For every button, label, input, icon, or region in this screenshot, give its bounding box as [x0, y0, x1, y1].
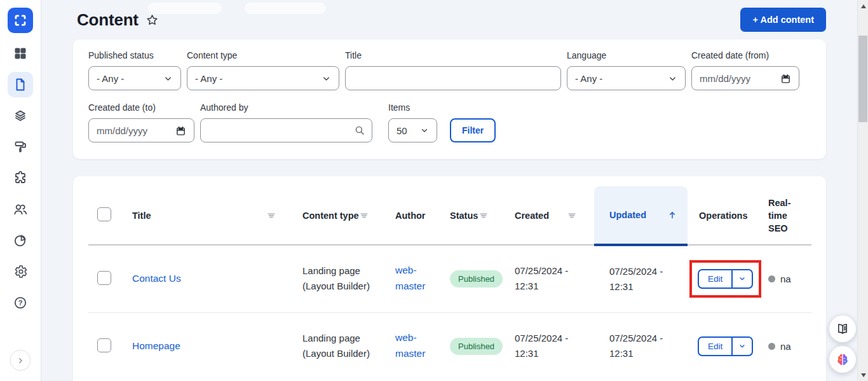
updated-cell: 07/25/2024 - 12:31: [609, 264, 688, 294]
sidebar-item-structure[interactable]: [8, 103, 33, 128]
created-date-to-input[interactable]: mm/dd/yyyy: [88, 118, 194, 142]
chevron-down-icon: [738, 275, 746, 282]
status-badge: Published: [450, 338, 503, 355]
chevron-down-icon: [738, 342, 746, 350]
seo-status-dot-icon: [768, 343, 775, 350]
content-type-cell: Landing page (Layout Builder): [302, 263, 386, 294]
calendar-icon: [780, 73, 791, 84]
grid-icon: [13, 46, 28, 61]
table-header-row: Title Content type Author Status: [88, 186, 811, 245]
table-row: Contact Us Landing page (Layout Builder)…: [88, 245, 811, 312]
highlight-annotation: Edit: [689, 260, 761, 298]
column-header-content-type[interactable]: Content type: [294, 186, 386, 245]
author-link[interactable]: web-master: [395, 332, 425, 359]
chevron-down-icon: [668, 74, 677, 83]
author-link[interactable]: web-master: [395, 265, 425, 291]
edit-dropdown-toggle[interactable]: [731, 338, 752, 355]
seo-status-dot-icon: [768, 275, 775, 282]
fullscreen-frame-icon: [12, 12, 29, 29]
edit-dropdown-toggle[interactable]: [731, 270, 752, 287]
sidebar-item-appearance[interactable]: [8, 134, 33, 160]
ai-assistant-floating-button[interactable]: [829, 346, 856, 373]
title-filter-input[interactable]: [345, 66, 561, 90]
row-checkbox[interactable]: [97, 271, 111, 285]
sidebar-item-extend[interactable]: [8, 165, 33, 191]
page-header: Content + Add content: [73, 0, 826, 39]
field-label: Authored by: [200, 102, 372, 113]
column-header-realtime-seo: Real-time SEO: [759, 186, 811, 245]
sidebar-expand-button[interactable]: [10, 350, 31, 371]
column-header-status[interactable]: Status: [441, 186, 506, 245]
sort-ascending-arrow-icon: [667, 210, 677, 220]
add-content-button[interactable]: + Add content: [740, 8, 826, 32]
column-header-author: Author: [386, 186, 441, 245]
chevron-down-icon: [163, 74, 173, 83]
content-table: Title Content type Author Status: [88, 186, 811, 380]
created-date-from-input[interactable]: mm/dd/yyyy: [691, 66, 799, 90]
content-title-link[interactable]: Homepage: [132, 340, 180, 351]
gear-icon: [13, 264, 28, 279]
column-header-updated-sorted[interactable]: Updated: [594, 186, 688, 245]
edit-split-button: Edit: [698, 269, 753, 289]
updated-cell: 07/25/2024 - 12:31: [609, 331, 688, 361]
filter-panel: Published status - Any - Content type - …: [73, 39, 826, 159]
scrollbar-up-arrow[interactable]: [858, 1, 868, 11]
published-status-select[interactable]: - Any -: [88, 66, 181, 90]
sort-icon: [267, 211, 276, 220]
column-header-created[interactable]: Created: [506, 186, 594, 245]
app-logo[interactable]: [8, 8, 33, 33]
table-row: Homepage Landing page (Layout Builder) w…: [88, 312, 811, 380]
chevron-right-icon: [15, 356, 25, 366]
content-table-card: Title Content type Author Status: [73, 176, 826, 381]
sidebar-item-reports[interactable]: [8, 228, 33, 253]
sort-icon: [567, 211, 576, 220]
row-checkbox[interactable]: [97, 338, 111, 352]
brain-icon: [835, 352, 850, 367]
search-icon: [354, 125, 365, 136]
field-label: Language: [567, 50, 686, 60]
chevron-down-icon: [420, 126, 429, 135]
sort-icon: [479, 211, 488, 220]
items-select[interactable]: 50: [388, 118, 437, 142]
content-title-link[interactable]: Contact Us: [132, 273, 181, 284]
edit-button[interactable]: Edit: [699, 270, 731, 287]
sidebar-item-configuration[interactable]: [8, 259, 33, 284]
sidebar-item-content[interactable]: [8, 72, 33, 97]
admin-sidebar: ?: [0, 0, 41, 381]
favorite-star-icon[interactable]: [146, 13, 159, 27]
sort-icon: [360, 211, 369, 220]
puzzle-icon: [13, 170, 28, 186]
scrollbar-thumb[interactable]: [858, 36, 867, 122]
svg-text:?: ?: [18, 299, 23, 307]
authored-by-input[interactable]: [200, 118, 372, 142]
layers-icon: [13, 108, 28, 123]
sidebar-item-people[interactable]: [8, 197, 33, 222]
calendar-icon: [175, 125, 186, 136]
field-label: Title: [345, 50, 561, 60]
status-badge: Published: [450, 270, 503, 287]
page-title: Content: [77, 10, 139, 30]
docs-floating-button[interactable]: [829, 315, 856, 342]
document-icon: [13, 77, 28, 92]
sidebar-item-dashboard[interactable]: [8, 41, 33, 66]
edit-button[interactable]: Edit: [699, 338, 731, 355]
realtime-seo-cell: na: [768, 341, 811, 352]
content-type-select[interactable]: - Any -: [187, 66, 339, 90]
field-label: Published status: [88, 50, 181, 60]
users-icon: [13, 202, 28, 217]
chevron-down-icon: [322, 74, 331, 83]
field-label: Content type: [187, 50, 339, 60]
realtime-seo-cell: na: [768, 274, 811, 284]
paint-roller-icon: [13, 139, 28, 155]
scrollbar-down-arrow[interactable]: [858, 370, 868, 380]
language-select[interactable]: - Any -: [567, 66, 686, 90]
book-icon: [836, 322, 850, 336]
sidebar-item-help[interactable]: ?: [8, 290, 33, 315]
filter-submit-button[interactable]: Filter: [450, 118, 496, 142]
created-cell: 07/25/2024 - 12:31: [515, 331, 594, 361]
created-cell: 07/25/2024 - 12:31: [515, 263, 594, 294]
page-scrollbar: [857, 0, 868, 381]
main-content: Content + Add content Published status -…: [41, 0, 857, 381]
select-all-checkbox[interactable]: [97, 207, 111, 221]
column-header-title[interactable]: Title: [124, 186, 294, 245]
